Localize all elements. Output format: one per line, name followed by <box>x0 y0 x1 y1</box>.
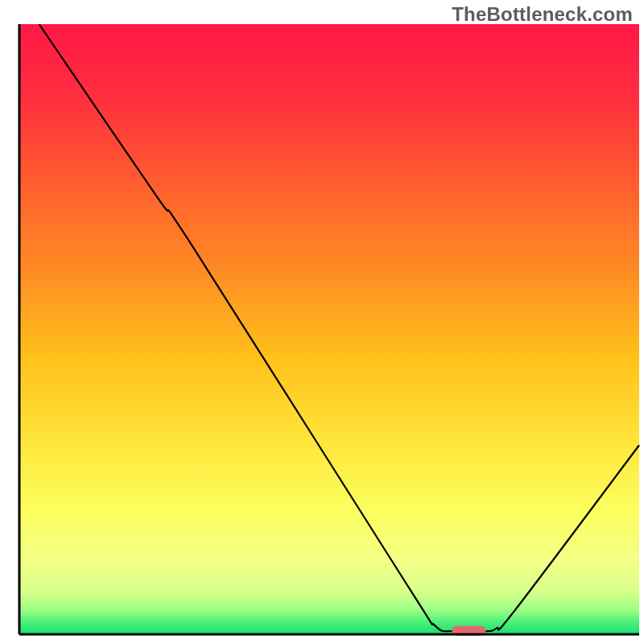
watermark-text: TheBottleneck.com <box>452 3 633 26</box>
chart-container: TheBottleneck.com <box>0 0 644 644</box>
bottleneck-chart <box>0 0 644 644</box>
plot-background <box>19 24 639 634</box>
